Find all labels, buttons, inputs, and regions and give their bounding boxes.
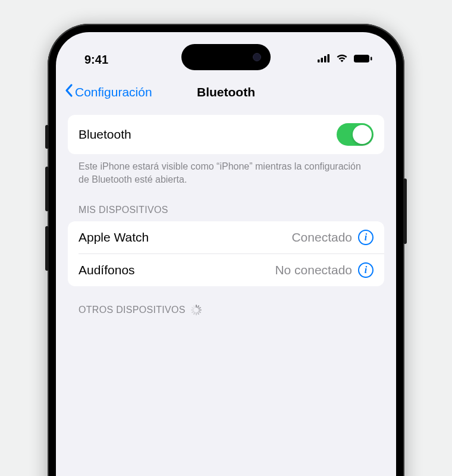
status-time: 9:41 [84,53,108,67]
volume-up-button [45,167,49,211]
back-label: Configuración [75,85,152,99]
svg-rect-15 [191,309,194,311]
front-camera [253,53,261,61]
svg-rect-5 [371,57,372,60]
phone-frame: 9:41 [48,24,404,476]
device-status: Conectado [291,230,352,245]
page-title: Bluetooth [197,85,255,99]
cellular-icon [318,54,331,65]
svg-rect-6 [196,305,197,308]
info-icon[interactable]: i [358,230,373,245]
device-name: Audífonos [79,263,135,277]
spinner-icon [190,304,202,316]
svg-rect-0 [318,60,320,62]
bluetooth-label: Bluetooth [79,127,131,142]
svg-rect-2 [324,56,327,62]
chevron-left-icon [64,83,74,101]
svg-rect-12 [196,312,197,315]
battery-icon [353,54,372,65]
info-icon[interactable]: i [358,262,373,278]
toggle-knob [353,125,372,144]
visibility-note: Este iPhone estará visible como “iPhone”… [68,154,384,187]
other-devices-header: OTROS DISPOSITIVOS [68,286,384,322]
my-devices-header: MIS DISPOSITIVOS [68,187,384,221]
device-trail: Conectado i [291,230,373,245]
svg-rect-3 [328,54,330,62]
silence-switch [45,125,49,149]
bluetooth-toggle[interactable] [337,123,373,146]
device-row-audifonos[interactable]: Audífonos No conectado i [79,253,384,286]
device-name: Apple Watch [79,230,149,245]
my-devices-group: Apple Watch Conectado i Audífonos No con… [68,221,384,286]
dynamic-island [181,44,271,70]
svg-rect-1 [321,58,324,62]
device-status: No conectado [275,263,352,277]
bluetooth-toggle-row[interactable]: Bluetooth [68,115,384,154]
device-trail: No conectado i [275,262,373,278]
back-button[interactable]: Configuración [64,83,152,101]
svg-rect-9 [199,309,202,311]
svg-rect-4 [354,55,369,62]
bluetooth-toggle-group: Bluetooth [68,115,384,154]
wifi-icon [335,54,349,65]
screen: 9:41 [56,32,396,476]
device-row-apple-watch[interactable]: Apple Watch Conectado i [68,221,384,253]
content: Bluetooth Este iPhone estará visible com… [56,109,396,328]
nav-bar: Configuración Bluetooth [56,73,396,109]
other-devices-label: OTROS DISPOSITIVOS [79,305,186,315]
power-button [403,178,407,244]
volume-down-button [45,226,49,271]
status-icons [318,54,372,65]
